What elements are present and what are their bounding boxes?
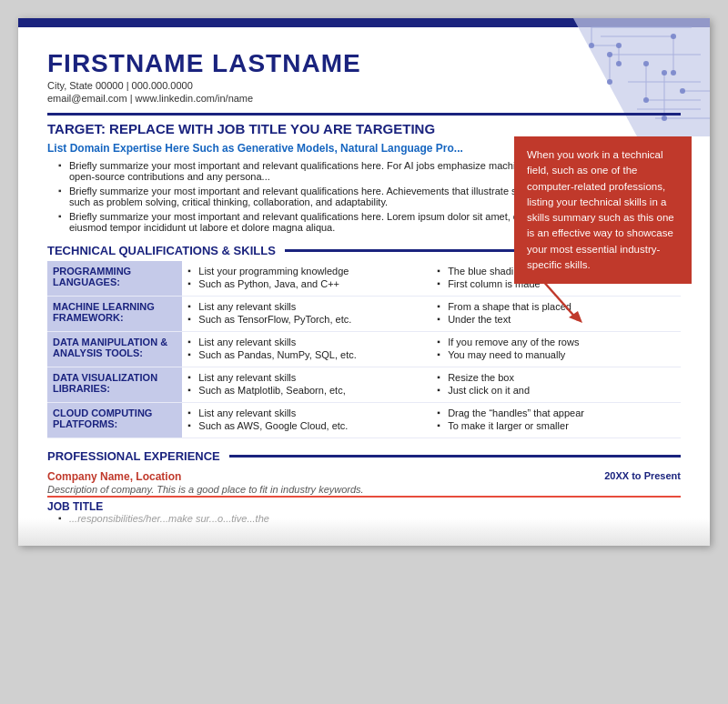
skill-label-ml: MACHINE LEARNING FRAMEWORK: <box>47 297 182 332</box>
skill-label-programming: PROGRAMMING LANGUAGES: <box>47 261 182 297</box>
skill-notes-data-manip: If you remove any of the rows You may ne… <box>431 332 681 367</box>
full-name: FIRSTNAME LASTNAME <box>47 49 681 78</box>
wavy-underline <box>47 496 681 498</box>
bottom-fade <box>18 518 710 546</box>
table-row: DATA VISUALIZATION LIBRARIES: List any r… <box>47 367 681 403</box>
target-title: TARGET: REPLACE WITH JOB TITLE YOU ARE T… <box>47 121 681 136</box>
skill-note-item: Just click on it and <box>437 385 675 396</box>
skill-note-item: Drag the “handles” that appear <box>437 407 675 418</box>
prof-divider <box>229 455 681 458</box>
skill-notes-cloud: Drag the “handles” that appear To make i… <box>431 403 681 438</box>
skill-detail-item: Such as Matplotlib, Seaborn, etc, <box>187 385 426 396</box>
skill-details-dataviz: List any relevant skills Such as Matplot… <box>182 367 431 403</box>
table-row: CLOUD COMPUTING PLATFORMS: List any rele… <box>47 403 681 438</box>
prof-section-title: PROFESSIONAL EXPERIENCE <box>47 449 220 463</box>
skill-details-ml: List any relevant skills Such as TensorF… <box>182 297 431 332</box>
skill-detail-item: Such as TensorFlow, PyTorch, etc. <box>187 314 426 325</box>
skill-detail-item: List your programming knowledge <box>187 266 426 277</box>
skill-detail-item: List any relevant skills <box>187 372 426 383</box>
skill-detail-item: List any relevant skills <box>187 407 426 418</box>
skill-details-cloud: List any relevant skills Such as AWS, Go… <box>182 403 431 438</box>
tech-section-title: TECHNICAL QUALIFICATIONS & SKILLS <box>47 244 276 257</box>
skill-note-item: To make it larger or smaller <box>437 420 675 431</box>
professional-experience-section: PROFESSIONAL EXPERIENCE Company Name, Lo… <box>47 449 681 524</box>
company-date: 20XX to Present <box>604 470 681 483</box>
company-name: Company Name, Location <box>47 470 181 483</box>
skill-note-item: You may need to manually <box>437 349 675 360</box>
skill-label-dataviz: DATA VISUALIZATION LIBRARIES: <box>47 367 182 403</box>
resume-document: FIRSTNAME LASTNAME City, State 00000 | 0… <box>18 18 710 546</box>
skill-details-data-manip: List any relevant skills Such as Pandas,… <box>182 332 431 367</box>
company-description: Description of company. This is a good p… <box>47 484 681 495</box>
skill-detail-item: List any relevant skills <box>187 301 426 312</box>
skill-note-item: If you remove any of the rows <box>437 337 675 347</box>
skill-note-item: Resize the box <box>437 372 675 383</box>
skill-label-data-manip: DATA MANIPULATION & ANALYSIS TOOLS: <box>47 332 182 367</box>
company-line: Company Name, Location 20XX to Present <box>47 470 681 483</box>
name-section: FIRSTNAME LASTNAME City, State 00000 | 0… <box>47 49 681 104</box>
tooltip-text: When you work in a technical field, such… <box>527 149 674 270</box>
svg-line-28 <box>541 279 578 320</box>
skill-detail-item: Such as Python, Java, and C++ <box>187 278 426 289</box>
prof-section-header: PROFESSIONAL EXPERIENCE <box>47 449 681 463</box>
contact-line2: email@email.com | www.linkedin.com/in/na… <box>47 93 681 104</box>
skill-detail-item: List any relevant skills <box>187 337 426 347</box>
job-title: JOB TITLE <box>47 500 681 513</box>
skill-details-programming: List your programming knowledge Such as … <box>182 261 431 297</box>
table-row: DATA MANIPULATION & ANALYSIS TOOLS: List… <box>47 332 681 367</box>
tooltip-box: When you work in a technical field, such… <box>514 136 692 284</box>
skill-notes-dataviz: Resize the box Just click on it and <box>431 367 681 403</box>
skill-label-cloud: CLOUD COMPUTING PLATFORMS: <box>47 403 182 438</box>
skill-detail-item: Such as Pandas, NumPy, SQL, etc. <box>187 349 426 360</box>
skill-detail-item: Such as AWS, Google Cloud, etc. <box>187 420 426 431</box>
name-divider <box>47 113 681 116</box>
contact-line1: City, State 00000 | 000.000.0000 <box>47 80 681 91</box>
tooltip-arrow-svg <box>532 279 623 325</box>
